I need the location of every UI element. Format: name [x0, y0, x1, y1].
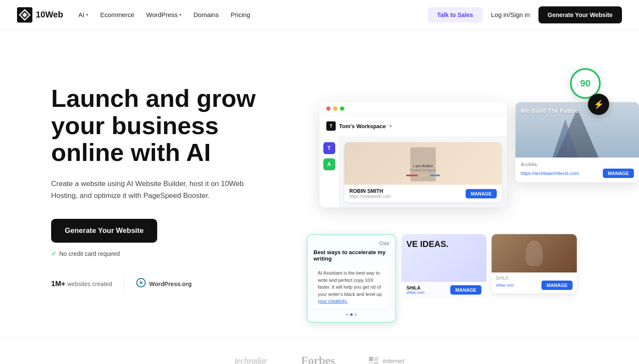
manage-button-ideas[interactable]: MANAGE	[450, 285, 481, 295]
chat-dots	[314, 313, 389, 316]
archtia-brand: Archtia.	[521, 162, 634, 167]
generate-website-nav-button[interactable]: Generate Your Website	[538, 6, 622, 23]
dot-1	[346, 313, 348, 316]
chevron-down-icon: ▾	[86, 12, 88, 17]
site-url: https://robinsmith.com	[349, 194, 391, 199]
ai-chat-card: Copy Best ways to accelerate my writing …	[307, 234, 396, 323]
svg-rect-6	[369, 362, 373, 364]
archtia-url: https://archtiaarchitects.com	[521, 171, 579, 176]
svg-rect-5	[374, 357, 378, 361]
nav-links: AI ▾ Ecommerce WordPress ▾ Domains Prici…	[78, 11, 250, 18]
logo[interactable]: 10Web	[17, 7, 63, 23]
dot-red	[326, 106, 331, 111]
shila-image	[492, 234, 577, 272]
sidebar-g-button[interactable]: A	[323, 158, 335, 170]
dashboard-sidebar: T A	[320, 137, 339, 207]
bottom-cards: Copy Best ways to accelerate my writing …	[307, 234, 618, 294]
hero-content: Launch and grow your business online wit…	[51, 85, 290, 290]
login-button[interactable]: Log in/Sign in	[491, 11, 530, 18]
count-label: websites created	[67, 281, 112, 287]
manage-button-archtia[interactable]: MANAGE	[603, 169, 634, 178]
shila-url: shilac.com	[496, 283, 514, 287]
workspace-icon: T	[326, 121, 336, 131]
navbar: 10Web AI ▾ Ecommerce WordPress ▾ Domains…	[0, 0, 639, 30]
nav-pricing[interactable]: Pricing	[230, 11, 250, 18]
svg-rect-4	[369, 357, 373, 361]
nav-left: 10Web AI ▾ Ecommerce WordPress ▾ Domains…	[17, 7, 250, 23]
chat-bubble: AI Assistant is the best way to write an…	[314, 265, 389, 309]
logos-section: techradar Forbes internet	[0, 336, 639, 364]
speed-number: 90	[580, 79, 590, 88]
nav-ai[interactable]: AI ▾	[78, 11, 88, 18]
divider	[124, 278, 124, 290]
nav-domains[interactable]: Domains	[193, 11, 219, 18]
hero-section: Launch and grow your business online wit…	[0, 30, 639, 336]
ideas-site-info: SHILA shilac.com	[406, 285, 425, 295]
chat-link: your creativity.	[318, 298, 348, 304]
svg-rect-7	[374, 362, 378, 364]
generate-website-hero-button[interactable]: Generate Your Website	[51, 219, 157, 243]
archtia-info: Archtia. https://archtiaarchitects.com M…	[515, 158, 639, 182]
dot-green	[340, 106, 344, 111]
ideas-site-name: SHILA	[406, 285, 425, 290]
logo-icon	[17, 7, 32, 23]
brand-name: 10Web	[36, 10, 63, 20]
archtia-details: https://archtiaarchitects.com	[521, 171, 579, 176]
site-card-image: I am Robin Product Designer	[344, 142, 502, 185]
dashboard-window: T Tom's Workspace ▾ T A I am Robin Pr	[320, 102, 507, 207]
dashboard-cards: I am Robin Product Designer	[339, 137, 507, 207]
hero-illustration: 90 ⚡ T Tom's Workspace ▾ T A	[307, 68, 605, 307]
nav-right: Talk to Sales Log in/Sign in Generate Yo…	[428, 6, 622, 23]
ideas-card-footer: SHILA shilac.com MANAGE	[401, 282, 486, 298]
shila-card: SHILA shilac.com MANAGE	[492, 234, 577, 293]
shila-card-bottom: shilac.com MANAGE	[496, 281, 573, 290]
dot-yellow	[333, 106, 337, 111]
social-proof: 1M+ websites created WordPress.org	[51, 278, 290, 290]
no-cc-label: No credit card required	[59, 250, 120, 257]
lightning-icon: ⚡	[593, 99, 604, 109]
dot-2	[350, 313, 353, 316]
wp-text: WordPress.org	[149, 281, 192, 287]
nav-ecommerce[interactable]: Ecommerce	[100, 11, 134, 18]
shila-details: shilac.com	[496, 283, 514, 287]
title-bar	[320, 102, 507, 115]
shila-brand-label: SHILA	[496, 276, 573, 281]
shila-info: SHILA shilac.com MANAGE	[492, 272, 577, 293]
manage-button-shila[interactable]: MANAGE	[541, 281, 573, 290]
hero-subtitle: Create a website using AI Website Builde…	[51, 178, 247, 202]
check-icon: ✓	[51, 249, 57, 258]
logo-forbes: Forbes	[301, 354, 335, 364]
lightning-badge: ⚡	[588, 94, 609, 115]
site-card-details: ROBIN SMITH https://robinsmith.com	[349, 188, 391, 199]
site-name: ROBIN SMITH	[349, 188, 391, 194]
ideas-site-url: shilac.com	[406, 290, 425, 295]
nav-wordpress[interactable]: WordPress ▾	[146, 11, 181, 18]
chevron-down-icon-wp: ▾	[179, 12, 181, 17]
archtia-overlay-text: We Build The Future.	[521, 107, 580, 115]
archtia-image: We Build The Future.	[515, 102, 639, 158]
wordpress-icon	[136, 278, 146, 290]
site-card-info: ROBIN SMITH https://robinsmith.com MANAG…	[344, 185, 502, 202]
workspace-chevron: ▾	[389, 123, 392, 129]
svg-point-3	[140, 282, 142, 284]
chat-title: Best ways to accelerate my writing	[314, 249, 389, 262]
site-card-robin: I am Robin Product Designer	[344, 142, 502, 202]
sidebar-t-button[interactable]: T	[323, 142, 335, 154]
internet-text: internet	[383, 357, 404, 364]
no-credit-card-notice: ✓ No credit card required	[51, 249, 290, 258]
manage-button-robin[interactable]: MANAGE	[466, 189, 497, 198]
workspace-header: T Tom's Workspace ▾	[320, 115, 507, 137]
dashboard-content: T A I am Robin Product Designer	[320, 137, 507, 207]
talk-to-sales-button[interactable]: Talk to Sales	[428, 7, 483, 23]
workspace-name: Tom's Workspace	[339, 123, 386, 129]
logo-techradar: techradar	[235, 356, 267, 364]
logo-internet: internet	[369, 357, 404, 364]
ideas-card: VE IDEAS. SHILA shilac.com MANAGE	[401, 234, 486, 298]
hero-title: Launch and grow your business online wit…	[51, 85, 290, 166]
internet-icon	[369, 357, 379, 364]
chat-bubble-text: AI Assistant is the best way to write an…	[318, 270, 382, 297]
copy-label: Copy	[314, 241, 389, 246]
count-number: 1M+	[51, 280, 66, 288]
dot-3	[354, 313, 357, 316]
wordpress-badge: WordPress.org	[136, 278, 192, 290]
